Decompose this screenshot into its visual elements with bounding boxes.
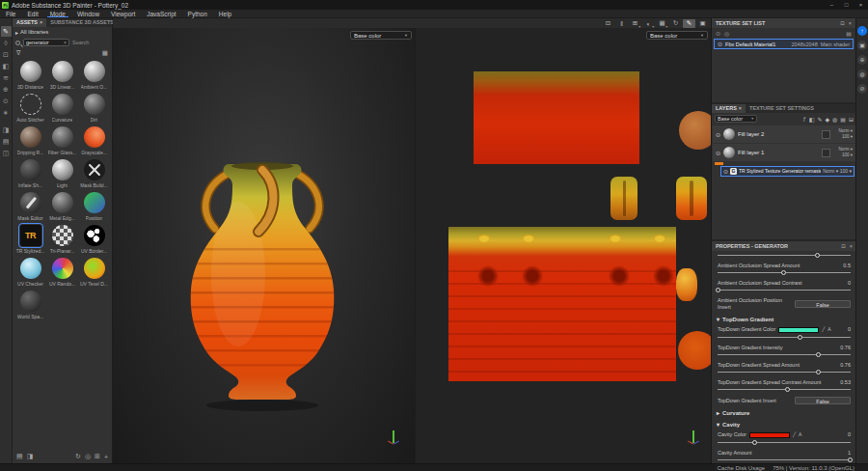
new-window-icon[interactable]: ⊞ xyxy=(95,453,100,460)
asset-3d-distance[interactable]: 3D Distance xyxy=(14,59,46,92)
paint-brush-tool[interactable]: ✎ xyxy=(1,26,12,37)
pause-engine-icon[interactable]: ‖ xyxy=(615,19,628,28)
asset-curvature[interactable]: Curvature xyxy=(46,92,78,125)
toggle-button[interactable]: False xyxy=(795,300,851,308)
paint-mode-icon[interactable]: ✎ xyxy=(683,19,695,28)
search-input[interactable]: generator × xyxy=(23,39,69,46)
eye-icon[interactable]: ⊙ xyxy=(718,41,722,47)
slider-handle[interactable] xyxy=(816,352,821,357)
filter-icon[interactable]: ∇ xyxy=(16,49,20,57)
add-effect-icon[interactable]: ƒ xyxy=(802,116,805,123)
color-swatch[interactable] xyxy=(749,432,790,438)
visibility-filter-icon[interactable]: ⊙ xyxy=(716,30,720,37)
float-panel-icon[interactable]: ⊡ xyxy=(841,243,846,249)
property-slider[interactable] xyxy=(718,457,851,463)
asset-uv-border[interactable]: UV Border... xyxy=(78,223,110,256)
transform-mode-icon[interactable]: ⊞▼ xyxy=(629,19,641,28)
channel-selector-2d[interactable]: Base color ▼ xyxy=(646,31,708,40)
menu-python[interactable]: Python xyxy=(182,10,213,17)
layer-material-slot[interactable] xyxy=(822,130,830,139)
viewport-2d[interactable]: Base color ▼ xyxy=(415,28,711,463)
layer-row-fill-layer-1[interactable]: ⊙Fill layer 1Norm ▾100 ▾ xyxy=(713,144,855,161)
slider-handle[interactable] xyxy=(785,387,790,392)
float-panel-icon[interactable]: ⊡ xyxy=(840,20,845,26)
add-smart-mask-icon[interactable]: ◍ xyxy=(832,116,837,123)
add-paint-layer-icon[interactable]: ✎ xyxy=(817,116,822,123)
asset-tri-planar[interactable]: Tri-Planar... xyxy=(46,223,78,256)
slider-handle[interactable] xyxy=(816,370,821,374)
asset-metal-edg[interactable]: Metal Edg... xyxy=(46,190,78,223)
menu-javascript[interactable]: JavaScript xyxy=(141,10,181,17)
effect-blend-opacity[interactable]: Norm ▾ 100 ▾ xyxy=(823,168,852,174)
asset-position[interactable]: Position xyxy=(78,190,110,223)
tab-assets[interactable]: ASSETS× xyxy=(13,18,46,27)
property-slider[interactable] xyxy=(718,369,851,375)
export-resources-icon[interactable]: ◨ xyxy=(27,453,34,460)
asset-mask-editor[interactable]: Mask Editor xyxy=(14,190,46,223)
environment-icon[interactable]: ◐▼ xyxy=(642,19,655,28)
asset-auto-stitcher[interactable]: Auto Stitcher xyxy=(14,92,46,125)
property-slider[interactable] xyxy=(718,386,851,393)
asset-uv-texel-d[interactable]: UV Texel D... xyxy=(78,256,110,289)
minimize-button[interactable]: – xyxy=(825,0,839,10)
asset-world-spa[interactable]: World Spa... xyxy=(14,289,46,321)
layer-row-fill-layer-2[interactable]: ⊙Fill layer 2Norm ▾100 ▾ xyxy=(713,125,855,143)
maximize-button[interactable]: □ xyxy=(839,0,854,10)
property-slider[interactable] xyxy=(718,252,851,259)
toggle-button[interactable]: False xyxy=(795,397,851,404)
tab-texture-set-settings[interactable]: TEXTURE SET SETTINGS xyxy=(746,104,818,113)
color-slider[interactable] xyxy=(718,334,851,341)
slider-handle[interactable] xyxy=(848,457,853,462)
tab-close-icon[interactable]: × xyxy=(40,19,42,25)
menu-window[interactable]: Window xyxy=(71,10,105,17)
asset-uv-rando[interactable]: UV Rando... xyxy=(46,256,78,289)
section-curvature[interactable]: ▸Curvature xyxy=(712,406,856,418)
clone-tool[interactable]: ⊕ xyxy=(1,84,12,95)
channel-selector-3d[interactable]: Base color ▼ xyxy=(350,31,412,40)
layer-material-slot[interactable] xyxy=(822,149,830,157)
clear-search-icon[interactable]: × xyxy=(64,40,67,45)
viewport-3d[interactable]: Base color ▼ xyxy=(113,28,415,463)
add-resource-icon[interactable]: ⊕ xyxy=(857,55,867,65)
render-mode-icon[interactable]: ▣ xyxy=(696,19,709,28)
polygon-fill-tool[interactable]: ◧ xyxy=(1,61,12,71)
property-slider[interactable] xyxy=(718,287,851,293)
grid-view-icon[interactable]: ▦ xyxy=(102,49,108,57)
asset-fiber-glass[interactable]: Fiber Glass... xyxy=(46,125,78,157)
disabled-icon[interactable]: ⊘ xyxy=(857,84,867,94)
add-smart-material-icon[interactable]: ◆ xyxy=(825,116,829,123)
material-picker-tool[interactable]: ⊙ xyxy=(1,96,12,106)
projection-tool[interactable]: ⊡ xyxy=(1,49,12,60)
color-picker-icon[interactable]: ╱ xyxy=(822,325,825,334)
delete-layer-icon[interactable]: ⊟ xyxy=(849,116,854,123)
menu-file[interactable]: File xyxy=(0,10,21,17)
menu-mode[interactable]: Mode xyxy=(44,10,71,17)
display-settings-icon[interactable]: ▦▼ xyxy=(656,19,668,28)
share-assets-icon[interactable]: ↑ xyxy=(857,26,867,36)
asset-mask-build[interactable]: Mask Build... xyxy=(78,157,110,190)
asset-light[interactable]: Light xyxy=(46,157,78,190)
smudge-tool[interactable]: ≋ xyxy=(1,72,12,83)
slider-handle[interactable] xyxy=(798,335,802,340)
eye-icon[interactable]: ⊙ xyxy=(716,150,720,156)
assets-shelf-icon[interactable]: ▣ xyxy=(857,41,867,50)
help-icon[interactable]: ◎ xyxy=(85,453,91,460)
eye-filter-icon[interactable]: ◎ xyxy=(724,30,729,37)
add-fill-layer-icon[interactable]: ◧ xyxy=(809,116,815,123)
refresh-shelf-icon[interactable]: ↻ xyxy=(75,453,81,460)
slider-handle[interactable] xyxy=(752,440,757,445)
close-button[interactable]: × xyxy=(854,0,868,10)
frame-view-icon[interactable]: ⊡ xyxy=(602,19,614,28)
list-options-icon[interactable]: ▤ xyxy=(846,30,852,37)
asset-ambient-o[interactable]: Ambient O... xyxy=(78,59,110,92)
add-asset-icon[interactable]: + xyxy=(104,454,108,460)
tab-substance-3d-assets[interactable]: SUBSTANCE 3D ASSETS xyxy=(46,18,118,27)
color-picker-icon[interactable]: ╱ xyxy=(793,430,796,439)
section-cavity[interactable]: ▾Cavity xyxy=(712,418,856,429)
slider-handle[interactable] xyxy=(781,270,786,275)
eraser-tool[interactable]: ◊ xyxy=(1,38,12,48)
stencil-icon[interactable]: ◫ xyxy=(1,148,12,158)
section-topdown-gradient[interactable]: ▾TopDown Gradient xyxy=(712,313,856,324)
asset-dripping-r[interactable]: Dripping R... xyxy=(14,125,46,157)
eye-icon[interactable]: ⊙ xyxy=(723,168,728,175)
